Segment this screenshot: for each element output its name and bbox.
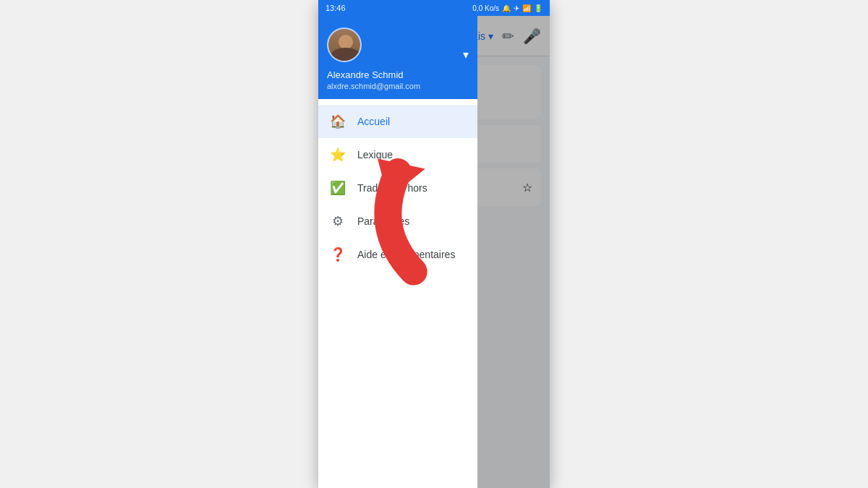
menu-label-traduction-hors: Traduction hors — [357, 182, 427, 194]
status-bar: 13:46 0,0 Ko/s 🔔 ✈ 📶 🔋 — [318, 0, 550, 16]
notification-icon: 🔔 — [502, 4, 511, 12]
battery-icon: 🔋 — [534, 4, 542, 12]
account-dropdown-icon[interactable]: ▾ — [463, 48, 469, 61]
avatar — [327, 27, 362, 62]
side-drawer: Alexandre Schmid alxdre.schmid@gmail.com… — [318, 16, 477, 488]
user-name: Alexandre Schmid — [327, 69, 420, 80]
drawer-header: Alexandre Schmid alxdre.schmid@gmail.com… — [318, 16, 477, 99]
menu-label-lexique: Lexique — [357, 149, 393, 160]
drawer-user-info: Alexandre Schmid alxdre.schmid@gmail.com — [327, 27, 420, 90]
wifi-icon: 📶 — [522, 4, 531, 12]
help-icon: ❓ — [330, 247, 346, 262]
airplane-icon: ✈ — [514, 4, 519, 12]
home-icon: 🏠 — [330, 114, 346, 129]
drawer-menu: 🏠 Accueil ⭐ Lexique ✅ Traduction hors ⚙ … — [318, 99, 477, 488]
menu-item-lexique[interactable]: ⭐ Lexique — [318, 138, 477, 171]
menu-item-parametres[interactable]: ⚙ Paramètres — [318, 205, 477, 238]
status-icons: 0,0 Ko/s 🔔 ✈ 📶 🔋 — [472, 4, 542, 12]
data-speed: 0,0 Ko/s — [472, 4, 499, 12]
settings-icon: ⚙ — [330, 213, 346, 229]
user-email: alxdre.schmid@gmail.com — [327, 82, 420, 90]
menu-item-traduction-hors[interactable]: ✅ Traduction hors — [318, 171, 477, 205]
offline-icon: ✅ — [330, 180, 346, 196]
menu-label-parametres: Paramètres — [357, 215, 409, 227]
menu-item-aide[interactable]: ❓ Aide et commentaires — [318, 238, 477, 271]
star-menu-icon: ⭐ — [330, 147, 346, 163]
menu-label-aide: Aide et commentaires — [357, 249, 455, 260]
menu-item-accueil[interactable]: 🏠 Accueil — [318, 105, 477, 138]
menu-label-accueil: Accueil — [357, 116, 390, 127]
status-time: 13:46 — [326, 4, 346, 12]
